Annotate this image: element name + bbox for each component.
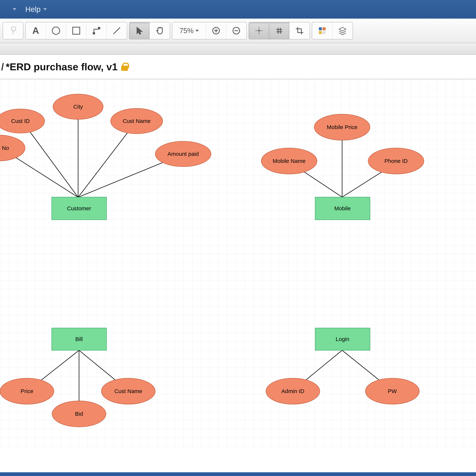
svg-text:Bid: Bid [75,411,83,417]
theme-icon [318,27,326,35]
layers-icon [338,26,347,35]
text-icon: A [32,25,39,36]
toolbar: A 75% [0,18,476,43]
attr-phone-no[interactable]: Phone No [0,135,25,161]
svg-text:Cust Name: Cust Name [123,118,151,124]
svg-text:Price: Price [21,388,33,394]
paint-brush-icon [8,26,18,35]
circle-tool-button[interactable] [46,22,66,39]
attr-cust-id[interactable]: Cust ID [0,109,45,133]
svg-point-6 [258,30,260,32]
attr-price[interactable]: Price [0,378,54,404]
menu-item-partial[interactable] [6,0,21,18]
attr-phone-id[interactable]: Phone ID [368,148,424,174]
svg-text:Phone No: Phone No [0,145,9,151]
svg-text:Mobile: Mobile [334,205,351,211]
erd-login-group[interactable]: Login Admin ID PW [266,328,419,404]
zoom-level-select[interactable]: 75% [172,22,206,39]
tool-group-zoom: 75% [172,22,247,39]
tool-group-appearance [312,22,353,39]
layers-button[interactable] [332,22,353,39]
breadcrumb-separator: / [1,61,4,72]
select-tool-button[interactable] [129,22,150,39]
grid-icon [275,26,284,35]
svg-text:PW: PW [388,388,397,394]
circle-icon [51,26,61,35]
menu-bar: Help [0,0,476,18]
attr-bill-cust-name[interactable]: Cust Name [101,378,155,404]
svg-text:Cust Name: Cust Name [114,388,142,394]
attr-admin-id[interactable]: Admin ID [266,378,320,404]
crop-icon [295,26,304,35]
svg-text:Mobile Price: Mobile Price [327,124,357,130]
snap-icon [255,26,263,35]
erd-bill-group[interactable]: Bill Price Bid Cust Name [0,328,155,427]
svg-rect-9 [319,31,322,34]
entity-mobile[interactable]: Mobile [315,197,370,220]
entity-login[interactable]: Login [315,328,370,350]
attr-mobile-name[interactable]: Mobile Name [261,148,317,174]
svg-rect-7 [319,27,322,30]
crop-button[interactable] [289,22,310,39]
svg-text:Amount paid: Amount paid [168,151,199,157]
svg-text:Bill: Bill [75,336,83,342]
attr-bid[interactable]: Bid [52,401,106,427]
plus-circle-icon [212,26,221,35]
paint-format-button[interactable] [3,22,23,39]
erd-customer-group[interactable]: Phone No Cust ID City Cust Name Amount p… [0,94,211,220]
format-strip [0,43,476,55]
svg-point-0 [52,27,60,34]
document-title-row: / *ERD purchase flow, v1 [0,55,476,79]
chevron-down-icon [43,8,47,10]
chevron-down-icon [195,30,199,32]
tool-group-navigation [129,22,170,39]
attr-city[interactable]: City [53,94,103,119]
attr-amount-paid[interactable]: Amount paid [155,141,211,167]
menu-label: Help [25,5,41,14]
svg-rect-8 [323,27,325,30]
svg-rect-1 [73,27,80,34]
status-bar [0,472,476,476]
menu-item-help[interactable]: Help [21,0,51,18]
toggle-grid-button[interactable] [269,22,289,39]
svg-text:Admin ID: Admin ID [281,388,304,394]
tool-group-grid [249,22,310,39]
svg-text:Cust ID: Cust ID [11,118,30,124]
tool-group-format [3,22,23,39]
hand-icon [155,26,164,35]
tool-group-shapes: A [25,22,127,39]
erd-diagram: Phone No Cust ID City Cust Name Amount p… [0,79,476,449]
connector-tool-button[interactable] [86,22,107,39]
minus-circle-icon [232,26,241,35]
svg-line-14 [78,122,136,197]
text-tool-button[interactable]: A [26,22,46,39]
snap-to-grid-button[interactable] [249,22,269,39]
erd-mobile-group[interactable]: Mobile Name Mobile Price Phone ID Mobile [261,114,424,220]
theme-colors-button[interactable] [312,22,332,39]
connector-icon [92,26,101,35]
line-tool-button[interactable] [107,22,127,39]
rectangle-tool-button[interactable] [66,22,86,39]
line-icon [112,26,122,35]
square-icon [71,26,81,35]
entity-bill[interactable]: Bill [52,328,106,350]
canvas[interactable]: Phone No Cust ID City Cust Name Amount p… [0,79,476,449]
pan-tool-button[interactable] [150,22,170,39]
zoom-level-label: 75% [179,27,194,35]
attr-pw[interactable]: PW [365,378,419,404]
svg-rect-10 [323,31,325,34]
zoom-in-button[interactable] [206,22,226,39]
zoom-out-button[interactable] [226,22,246,39]
cursor-icon [135,26,144,35]
chevron-down-icon [13,8,16,10]
svg-text:Mobile Name: Mobile Name [273,158,306,164]
document-title[interactable]: *ERD purchase flow, v1 [6,61,118,72]
svg-text:City: City [73,103,83,110]
attr-cust-name[interactable]: Cust Name [111,108,163,134]
entity-customer[interactable]: Customer [52,197,106,220]
svg-text:Login: Login [336,336,349,342]
attr-mobile-price[interactable]: Mobile Price [314,114,370,140]
lock-icon[interactable] [121,63,128,71]
svg-text:Phone ID: Phone ID [384,158,408,164]
svg-text:Customer: Customer [67,205,91,211]
